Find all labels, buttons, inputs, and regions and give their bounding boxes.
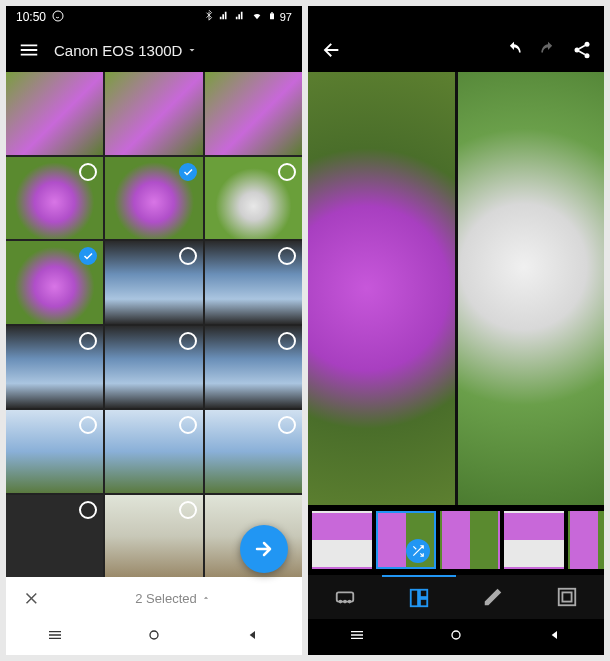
tab-layout[interactable] [382,575,456,619]
status-time: 10:50 [16,10,46,25]
selection-circle-icon[interactable] [79,332,97,350]
svg-point-6 [585,53,590,58]
photo-thumbnail[interactable] [205,326,302,409]
redo-icon[interactable] [538,40,558,60]
selection-circle-icon[interactable] [179,501,197,519]
nav-back-icon[interactable] [547,627,563,647]
nav-menu-icon[interactable] [47,627,63,647]
photo-thumbnail[interactable] [205,72,302,155]
layout-option[interactable] [312,511,372,569]
editor-screen [308,6,604,655]
layout-option[interactable] [440,511,500,569]
battery-percent: 97 [280,11,292,23]
chevron-down-icon [186,44,198,56]
photo-thumbnail[interactable] [205,157,302,240]
preview-pane-left[interactable] [308,72,455,505]
signal-icon-2 [234,10,246,24]
svg-point-0 [53,11,63,21]
photo-thumbnail[interactable] [6,241,103,324]
photo-thumbnail[interactable] [6,72,103,155]
selection-circle-icon[interactable] [278,163,296,181]
nav-home-icon[interactable] [448,627,464,647]
signal-icon [218,10,230,24]
selected-check-icon[interactable] [79,247,97,265]
svg-point-5 [575,48,580,53]
menu-icon[interactable] [18,39,40,61]
svg-point-10 [349,601,351,603]
svg-rect-15 [562,592,571,601]
photo-thumbnail[interactable] [105,495,202,578]
layout-option[interactable] [376,511,436,569]
album-title: Canon EOS 1300D [54,42,182,59]
photo-thumbnail[interactable] [6,410,103,493]
preview-pane-right[interactable] [458,72,605,505]
photo-thumbnail[interactable] [6,326,103,409]
album-dropdown[interactable]: Canon EOS 1300D [54,42,290,59]
selection-circle-icon[interactable] [278,416,296,434]
arrow-right-icon [252,537,276,561]
svg-point-8 [340,601,342,603]
nav-menu-icon[interactable] [349,627,365,647]
tab-edit[interactable] [456,575,530,619]
status-bar [308,6,604,28]
close-icon[interactable] [22,589,40,607]
battery-icon [268,10,276,25]
shuffle-icon[interactable] [406,539,430,563]
photo-thumbnail[interactable] [205,241,302,324]
gallery-screen: 10:50 97 Canon EOS 1300D [6,6,302,655]
photo-thumbnail[interactable] [105,157,202,240]
undo-icon[interactable] [504,40,524,60]
photo-grid [6,72,302,577]
whatsapp-icon [52,10,64,25]
photo-thumbnail[interactable] [105,72,202,155]
layout-option[interactable] [568,511,604,569]
photo-thumbnail[interactable] [105,241,202,324]
svg-rect-11 [411,590,418,607]
svg-rect-1 [270,13,274,19]
status-bar: 10:50 97 [6,6,302,28]
layout-carousel[interactable] [308,505,604,575]
layout-option[interactable] [504,511,564,569]
selection-circle-icon[interactable] [79,416,97,434]
tab-border[interactable] [530,575,604,619]
selection-circle-icon[interactable] [179,332,197,350]
photo-thumbnail[interactable] [105,326,202,409]
wifi-icon [250,10,264,24]
photo-thumbnail[interactable] [6,495,103,578]
selection-bar: 2 Selected [6,577,302,619]
svg-point-3 [150,631,158,639]
selection-circle-icon[interactable] [179,416,197,434]
selection-circle-icon[interactable] [179,247,197,265]
nav-home-icon[interactable] [146,627,162,647]
bluetooth-icon [204,10,214,25]
photo-thumbnail[interactable] [205,410,302,493]
photo-thumbnail[interactable] [105,410,202,493]
selection-circle-icon[interactable] [79,163,97,181]
chevron-up-icon [201,593,211,603]
selection-circle-icon[interactable] [278,332,296,350]
svg-point-4 [585,42,590,47]
nav-bar [308,619,604,655]
gallery-toolbar: Canon EOS 1300D [6,28,302,72]
svg-rect-14 [559,589,576,606]
svg-point-9 [344,601,346,603]
editor-tabs [308,575,604,619]
next-button[interactable] [240,525,288,573]
share-icon[interactable] [572,40,592,60]
selection-count[interactable]: 2 Selected [60,591,286,606]
selection-circle-icon[interactable] [79,501,97,519]
nav-back-icon[interactable] [245,627,261,647]
nav-bar [6,619,302,655]
svg-rect-13 [420,599,427,606]
svg-point-16 [452,631,460,639]
back-icon[interactable] [320,39,342,61]
editor-toolbar [308,28,604,72]
selected-check-icon[interactable] [179,163,197,181]
selection-circle-icon[interactable] [278,247,296,265]
svg-rect-12 [420,590,427,597]
photo-thumbnail[interactable] [6,157,103,240]
svg-rect-2 [271,12,273,13]
tab-aspect[interactable] [308,575,382,619]
collage-preview[interactable] [308,72,604,505]
